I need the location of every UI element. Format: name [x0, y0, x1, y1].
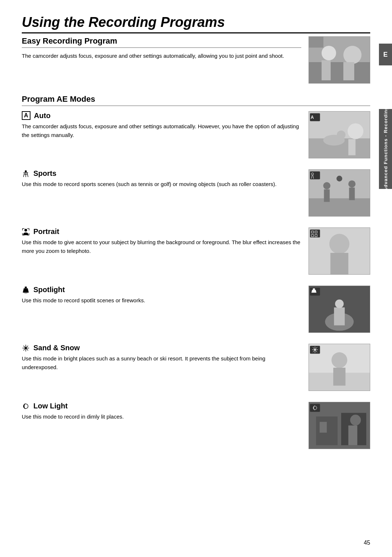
svg-rect-1	[309, 62, 370, 84]
svg-point-23	[336, 176, 342, 182]
svg-rect-71	[348, 425, 358, 445]
mode-portrait-image	[309, 227, 370, 275]
mode-sandsnow-heading: Sand & Snow	[22, 344, 301, 352]
mode-sports-heading: Sports	[22, 169, 301, 178]
mode-portrait-svg	[309, 227, 370, 275]
mode-auto-content: A Auto The camcorder adjusts focus, expo…	[22, 111, 309, 140]
svg-rect-47	[313, 288, 315, 290]
easy-recording-body: The camcorder adjusts focus, exposure an…	[22, 52, 301, 60]
mode-sandsnow-body: Use this mode in bright places such as a…	[22, 354, 301, 372]
mode-sports-section: Sports Use this mode to record sports sc…	[22, 169, 370, 217]
mode-lowlight-image	[309, 402, 370, 449]
svg-rect-5	[322, 60, 331, 80]
mode-spotlight-section: Spotlight Use this mode to record spotli…	[22, 286, 370, 333]
svg-point-4	[322, 46, 336, 60]
portrait-icon	[22, 228, 30, 236]
mode-lowlight-content: Low Light Use this mode to record in dim…	[22, 402, 309, 421]
mode-lowlight-section: Low Light Use this mode to record in dim…	[22, 402, 370, 449]
easy-recording-heading: Easy Recording Program	[22, 36, 301, 48]
easy-recording-section: Easy Recording Program The camcorder adj…	[22, 36, 370, 84]
auto-icon: A	[22, 111, 30, 120]
mode-spotlight-heading: Spotlight	[22, 286, 301, 294]
svg-rect-44	[334, 307, 345, 325]
mode-sports-svg	[309, 169, 370, 217]
mode-lowlight-heading: Low Light	[22, 402, 301, 410]
mode-sandsnow-content: Sand & Snow Use this mode in bright plac…	[22, 344, 309, 372]
sidebar-e-label: E	[383, 51, 388, 58]
svg-point-53	[25, 347, 27, 349]
easy-recording-svg	[309, 37, 370, 84]
easy-recording-photo	[309, 37, 370, 83]
mode-spotlight-svg	[309, 286, 370, 333]
svg-point-19	[323, 182, 331, 189]
mode-sports-image	[309, 169, 370, 217]
svg-rect-64	[22, 402, 30, 410]
svg-rect-18	[309, 198, 370, 216]
svg-rect-6	[309, 37, 323, 48]
svg-point-2	[343, 46, 362, 64]
mode-auto-label: Auto	[34, 112, 51, 120]
mode-spotlight-label: Spotlight	[33, 286, 65, 294]
svg-point-10	[337, 130, 346, 139]
svg-point-16	[25, 170, 27, 172]
sports-icon	[22, 170, 30, 178]
easy-recording-content: Easy Recording Program The camcorder adj…	[22, 36, 309, 60]
svg-rect-33	[330, 253, 348, 274]
mode-auto-heading: A Auto	[22, 111, 301, 120]
program-ae-section: Program AE Modes A Auto The camcorder ad…	[22, 94, 370, 449]
svg-point-32	[329, 234, 349, 254]
mode-auto-image: A	[309, 111, 370, 158]
sidebar-tab-text: Advanced Functions - Recording	[383, 106, 388, 191]
svg-point-11	[348, 123, 363, 139]
page-title: Using the Recording Programs	[22, 15, 370, 33]
mode-sandsnow-svg	[309, 344, 370, 391]
mode-portrait-body: Use this mode to give accent to your sub…	[22, 238, 301, 255]
mode-sports-label: Sports	[33, 169, 56, 178]
page: E Advanced Functions - Recording Using t…	[0, 0, 392, 557]
mode-sandsnow-image	[309, 344, 370, 391]
svg-rect-3	[343, 62, 354, 80]
mode-portrait-section: Portrait Use this mode to give accent to…	[22, 227, 370, 275]
svg-rect-22	[349, 187, 355, 200]
mode-sandsnow-label: Sand & Snow	[33, 344, 80, 352]
program-ae-heading: Program AE Modes	[22, 94, 370, 106]
mode-lowlight-svg	[309, 402, 370, 449]
svg-point-41	[24, 292, 28, 293]
page-number: 45	[364, 540, 370, 546]
sidebar-advanced-tab: Advanced Functions - Recording	[379, 109, 392, 189]
mode-portrait-heading: Portrait	[22, 227, 301, 236]
svg-point-56	[331, 352, 347, 368]
mode-spotlight-image	[309, 286, 370, 333]
mode-spotlight-body: Use this mode to record spotlit scenes o…	[22, 296, 301, 305]
svg-point-70	[350, 415, 361, 425]
svg-rect-20	[324, 189, 330, 202]
mode-auto-body: The camcorder adjusts focus, exposure an…	[22, 122, 301, 140]
lowlight-icon	[22, 402, 30, 410]
easy-recording-image	[309, 36, 370, 84]
sidebar-e-tab: E	[379, 44, 392, 65]
svg-point-21	[348, 180, 356, 187]
mode-spotlight-content: Spotlight Use this mode to record spotli…	[22, 286, 309, 305]
mode-auto-svg: A	[309, 111, 370, 158]
easy-recording-inner: Easy Recording Program The camcorder adj…	[22, 36, 370, 84]
mode-portrait-label: Portrait	[33, 227, 59, 236]
mode-lowlight-label: Low Light	[33, 402, 68, 410]
svg-point-63	[314, 349, 316, 351]
mode-portrait-content: Portrait Use this mode to give accent to…	[22, 227, 309, 255]
svg-rect-12	[348, 139, 356, 155]
svg-rect-40	[25, 286, 27, 288]
svg-rect-57	[333, 368, 346, 386]
mode-sports-body: Use this mode to record sports scenes (s…	[22, 180, 301, 189]
svg-rect-69	[320, 422, 327, 433]
spotlight-icon	[22, 286, 30, 294]
svg-point-45	[335, 299, 344, 308]
sandsnow-icon	[22, 344, 30, 352]
mode-sports-content: Sports Use this mode to record sports sc…	[22, 169, 309, 189]
mode-sandsnow-section: Sand & Snow Use this mode in bright plac…	[22, 344, 370, 391]
svg-point-29	[24, 229, 27, 231]
mode-auto-section: A Auto The camcorder adjusts focus, expo…	[22, 111, 370, 158]
svg-text:A: A	[311, 115, 314, 120]
mode-lowlight-body: Use this mode to record in dimly lit pla…	[22, 412, 301, 421]
svg-rect-72	[310, 404, 320, 412]
